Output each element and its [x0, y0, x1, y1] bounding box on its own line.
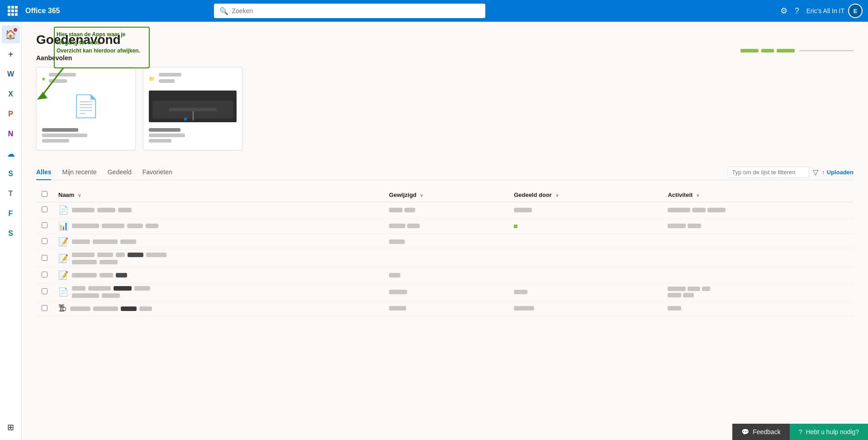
r2d2 — [407, 224, 420, 228]
rec-card-2-chart — [149, 91, 237, 122]
tab-alles[interactable]: Alles — [36, 165, 51, 180]
search-box[interactable]: 🔍 — [214, 4, 485, 18]
row3-checkbox[interactable] — [36, 234, 53, 250]
th-gedeeld-door[interactable]: Gedeeld door ∨ — [508, 187, 662, 202]
onenote-icon: N — [8, 130, 14, 138]
app-title: Office 365 — [25, 7, 60, 15]
excel-icon: X — [8, 90, 13, 98]
th-activiteit[interactable]: Activiteit ∨ — [662, 187, 854, 202]
filter-input[interactable] — [728, 167, 809, 178]
feedback-button[interactable]: 💬 Feedback — [732, 424, 789, 440]
row7-gedeeld — [508, 301, 662, 316]
section-recommended-title: Aanbevolen — [36, 54, 854, 62]
r6n6 — [102, 293, 120, 298]
row1-n1 — [72, 208, 95, 212]
row1-n3 — [118, 208, 132, 212]
r6a2 — [688, 287, 700, 291]
row7-checkbox[interactable] — [36, 301, 53, 316]
rec-card-2-type-icon: 📁 — [149, 76, 155, 82]
help-button[interactable]: ? Hebt u hulp nodig? — [790, 424, 868, 440]
rec-card-2-title-blur — [159, 73, 181, 77]
sidebar-item-sharepoint[interactable]: S — [2, 165, 20, 183]
table-row[interactable]: 📊 — [36, 218, 854, 234]
row1-file-icon: 📄 — [58, 205, 68, 215]
r4n3 — [116, 253, 125, 257]
sidebar-item-onenote[interactable]: N — [2, 125, 20, 143]
gedeeld-sort-icon: ∨ — [555, 193, 559, 198]
rec-card-2[interactable]: 📁 — [143, 67, 242, 150]
r2d1 — [389, 224, 405, 228]
row3-name-cell — [72, 239, 136, 244]
sidebar-item-allapps[interactable]: ⊞ — [2, 418, 20, 436]
row1-activiteit — [662, 202, 854, 218]
top-indicators — [740, 49, 854, 53]
th-gewijzigd[interactable]: Gewijzigd ∨ — [384, 187, 508, 202]
filter-icon[interactable]: ▽ — [813, 168, 818, 177]
row5-checkbox[interactable] — [36, 268, 53, 283]
upload-button[interactable]: ↑ Uploaden — [822, 169, 854, 176]
row2-gewijzigd — [384, 218, 508, 234]
sidebar-item-sway[interactable]: S — [2, 225, 20, 243]
r6a4 — [668, 293, 681, 297]
row5-gedeeld — [508, 268, 662, 283]
row6-act1 — [668, 287, 848, 291]
settings-icon[interactable]: ⚙ — [780, 6, 787, 16]
main-content: Goedenavond Aanbevolen ■ 📄 — [22, 22, 868, 440]
rec-card-1-body: 📄 — [42, 88, 130, 124]
tab-favorieten[interactable]: Favorieten — [142, 165, 172, 180]
row4-checkbox[interactable] — [36, 250, 53, 268]
table-row[interactable]: 📝 — [36, 268, 854, 283]
sidebar-item-forms[interactable]: F — [2, 205, 20, 223]
r1a2 — [692, 208, 706, 212]
r2n1 — [72, 224, 99, 228]
tab-actions: ▽ ↑ Uploaden — [728, 167, 854, 178]
sidebar-item-teams[interactable]: T — [2, 185, 20, 203]
row6-file-icon: 📄 — [58, 287, 68, 297]
sidebar-item-powerpoint[interactable]: P — [2, 105, 20, 123]
th-naam[interactable]: Naam ∨ — [53, 187, 384, 202]
table-row[interactable]: 📄 — [36, 202, 854, 218]
row2-checkbox[interactable] — [36, 218, 53, 234]
row3-activiteit — [662, 234, 854, 250]
avatar[interactable]: E — [848, 4, 863, 18]
select-all-checkbox[interactable] — [42, 191, 47, 197]
row6-checkbox[interactable] — [36, 283, 53, 301]
r2n2 — [102, 224, 124, 228]
row1-checkbox[interactable] — [36, 202, 53, 218]
row3-name: 📝 — [53, 234, 384, 250]
user-menu[interactable]: Eric's All In IT E — [806, 4, 863, 18]
th-checkbox[interactable] — [36, 187, 53, 202]
rec-card-1[interactable]: ■ 📄 — [36, 67, 136, 150]
r1d1 — [389, 208, 403, 212]
search-icon: 🔍 — [219, 7, 228, 15]
table-row[interactable]: 📄 — [36, 283, 854, 301]
row6-act — [668, 287, 848, 297]
r1d2 — [404, 208, 415, 212]
rec-card-1-subtitle-blur — [49, 79, 67, 83]
r6n5 — [72, 293, 99, 298]
search-input[interactable] — [232, 7, 480, 14]
row1-n2 — [97, 208, 115, 212]
sidebar-item-word[interactable]: W — [2, 65, 20, 83]
row1-date — [389, 208, 503, 212]
table-row[interactable]: 📝 — [36, 234, 854, 250]
file-tabs: Alles Mijn recente Gedeeld Favorieten ▽ … — [36, 165, 854, 180]
tab-gedeeld[interactable]: Gedeeld — [108, 165, 132, 180]
row2-act — [668, 224, 848, 228]
r1a3 — [707, 208, 726, 212]
sidebar-item-add[interactable]: + — [2, 45, 20, 63]
table-row[interactable]: 📝 — [36, 250, 854, 268]
sidebar-item-home[interactable]: 🏠 — [2, 25, 20, 43]
row4-name-line1 — [72, 253, 166, 257]
row4-name-line2 — [72, 260, 166, 264]
sidebar-item-onedrive[interactable]: ☁ — [2, 145, 20, 163]
sidebar-item-excel[interactable]: X — [2, 85, 20, 103]
r6n4 — [134, 286, 150, 291]
help-icon[interactable]: ? — [795, 6, 799, 16]
naam-sort-icon: ∨ — [78, 193, 81, 198]
waffle-button[interactable] — [5, 4, 20, 18]
tab-mijn-recente[interactable]: Mijn recente — [62, 165, 96, 180]
table-row[interactable]: 🗜 — [36, 301, 854, 316]
notification-dot — [14, 28, 17, 32]
row1-act — [668, 208, 848, 212]
